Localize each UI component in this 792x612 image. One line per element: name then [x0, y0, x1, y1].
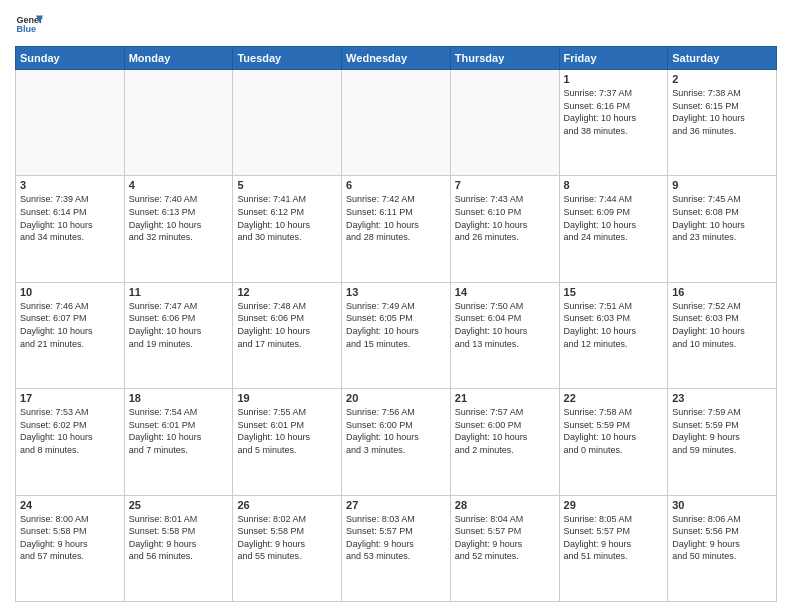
weekday-header-tuesday: Tuesday: [233, 47, 342, 70]
day-number: 3: [20, 179, 120, 191]
weekday-header-monday: Monday: [124, 47, 233, 70]
calendar-cell: 22Sunrise: 7:58 AM Sunset: 5:59 PM Dayli…: [559, 389, 668, 495]
day-info: Sunrise: 7:46 AM Sunset: 6:07 PM Dayligh…: [20, 300, 120, 350]
day-info: Sunrise: 8:01 AM Sunset: 5:58 PM Dayligh…: [129, 513, 229, 563]
logo: General Blue: [15, 10, 43, 38]
calendar-cell: 30Sunrise: 8:06 AM Sunset: 5:56 PM Dayli…: [668, 495, 777, 601]
calendar-cell: 17Sunrise: 7:53 AM Sunset: 6:02 PM Dayli…: [16, 389, 125, 495]
day-number: 20: [346, 392, 446, 404]
calendar-cell: 27Sunrise: 8:03 AM Sunset: 5:57 PM Dayli…: [342, 495, 451, 601]
day-number: 22: [564, 392, 664, 404]
day-number: 21: [455, 392, 555, 404]
calendar-cell: 5Sunrise: 7:41 AM Sunset: 6:12 PM Daylig…: [233, 176, 342, 282]
day-number: 15: [564, 286, 664, 298]
calendar-cell: [16, 70, 125, 176]
calendar-cell: 6Sunrise: 7:42 AM Sunset: 6:11 PM Daylig…: [342, 176, 451, 282]
day-number: 28: [455, 499, 555, 511]
page: General Blue SundayMondayTuesdayWednesda…: [0, 0, 792, 612]
day-info: Sunrise: 8:05 AM Sunset: 5:57 PM Dayligh…: [564, 513, 664, 563]
day-info: Sunrise: 7:37 AM Sunset: 6:16 PM Dayligh…: [564, 87, 664, 137]
calendar-cell: 16Sunrise: 7:52 AM Sunset: 6:03 PM Dayli…: [668, 282, 777, 388]
calendar: SundayMondayTuesdayWednesdayThursdayFrid…: [15, 46, 777, 602]
calendar-cell: 4Sunrise: 7:40 AM Sunset: 6:13 PM Daylig…: [124, 176, 233, 282]
calendar-cell: [342, 70, 451, 176]
calendar-cell: 13Sunrise: 7:49 AM Sunset: 6:05 PM Dayli…: [342, 282, 451, 388]
day-number: 6: [346, 179, 446, 191]
day-info: Sunrise: 7:38 AM Sunset: 6:15 PM Dayligh…: [672, 87, 772, 137]
calendar-cell: 20Sunrise: 7:56 AM Sunset: 6:00 PM Dayli…: [342, 389, 451, 495]
day-number: 24: [20, 499, 120, 511]
day-number: 14: [455, 286, 555, 298]
calendar-cell: 2Sunrise: 7:38 AM Sunset: 6:15 PM Daylig…: [668, 70, 777, 176]
day-info: Sunrise: 7:47 AM Sunset: 6:06 PM Dayligh…: [129, 300, 229, 350]
day-info: Sunrise: 7:50 AM Sunset: 6:04 PM Dayligh…: [455, 300, 555, 350]
calendar-cell: 26Sunrise: 8:02 AM Sunset: 5:58 PM Dayli…: [233, 495, 342, 601]
calendar-cell: 19Sunrise: 7:55 AM Sunset: 6:01 PM Dayli…: [233, 389, 342, 495]
day-info: Sunrise: 7:41 AM Sunset: 6:12 PM Dayligh…: [237, 193, 337, 243]
day-number: 8: [564, 179, 664, 191]
calendar-cell: 3Sunrise: 7:39 AM Sunset: 6:14 PM Daylig…: [16, 176, 125, 282]
day-number: 23: [672, 392, 772, 404]
calendar-cell: [124, 70, 233, 176]
day-info: Sunrise: 7:51 AM Sunset: 6:03 PM Dayligh…: [564, 300, 664, 350]
weekday-header-row: SundayMondayTuesdayWednesdayThursdayFrid…: [16, 47, 777, 70]
calendar-cell: 14Sunrise: 7:50 AM Sunset: 6:04 PM Dayli…: [450, 282, 559, 388]
day-info: Sunrise: 7:39 AM Sunset: 6:14 PM Dayligh…: [20, 193, 120, 243]
day-number: 1: [564, 73, 664, 85]
calendar-cell: 11Sunrise: 7:47 AM Sunset: 6:06 PM Dayli…: [124, 282, 233, 388]
calendar-cell: 12Sunrise: 7:48 AM Sunset: 6:06 PM Dayli…: [233, 282, 342, 388]
day-info: Sunrise: 8:00 AM Sunset: 5:58 PM Dayligh…: [20, 513, 120, 563]
weekday-header-wednesday: Wednesday: [342, 47, 451, 70]
day-number: 26: [237, 499, 337, 511]
day-number: 4: [129, 179, 229, 191]
calendar-cell: 10Sunrise: 7:46 AM Sunset: 6:07 PM Dayli…: [16, 282, 125, 388]
day-info: Sunrise: 8:06 AM Sunset: 5:56 PM Dayligh…: [672, 513, 772, 563]
day-info: Sunrise: 7:45 AM Sunset: 6:08 PM Dayligh…: [672, 193, 772, 243]
day-info: Sunrise: 7:49 AM Sunset: 6:05 PM Dayligh…: [346, 300, 446, 350]
day-info: Sunrise: 7:57 AM Sunset: 6:00 PM Dayligh…: [455, 406, 555, 456]
day-info: Sunrise: 8:02 AM Sunset: 5:58 PM Dayligh…: [237, 513, 337, 563]
week-row-3: 17Sunrise: 7:53 AM Sunset: 6:02 PM Dayli…: [16, 389, 777, 495]
day-number: 2: [672, 73, 772, 85]
week-row-1: 3Sunrise: 7:39 AM Sunset: 6:14 PM Daylig…: [16, 176, 777, 282]
day-number: 13: [346, 286, 446, 298]
calendar-cell: 8Sunrise: 7:44 AM Sunset: 6:09 PM Daylig…: [559, 176, 668, 282]
day-info: Sunrise: 7:58 AM Sunset: 5:59 PM Dayligh…: [564, 406, 664, 456]
calendar-cell: 25Sunrise: 8:01 AM Sunset: 5:58 PM Dayli…: [124, 495, 233, 601]
day-number: 12: [237, 286, 337, 298]
day-number: 5: [237, 179, 337, 191]
day-info: Sunrise: 7:56 AM Sunset: 6:00 PM Dayligh…: [346, 406, 446, 456]
logo-icon: General Blue: [15, 10, 43, 38]
day-info: Sunrise: 7:40 AM Sunset: 6:13 PM Dayligh…: [129, 193, 229, 243]
day-info: Sunrise: 7:44 AM Sunset: 6:09 PM Dayligh…: [564, 193, 664, 243]
day-info: Sunrise: 8:03 AM Sunset: 5:57 PM Dayligh…: [346, 513, 446, 563]
day-number: 9: [672, 179, 772, 191]
day-info: Sunrise: 7:48 AM Sunset: 6:06 PM Dayligh…: [237, 300, 337, 350]
calendar-cell: 29Sunrise: 8:05 AM Sunset: 5:57 PM Dayli…: [559, 495, 668, 601]
week-row-0: 1Sunrise: 7:37 AM Sunset: 6:16 PM Daylig…: [16, 70, 777, 176]
weekday-header-thursday: Thursday: [450, 47, 559, 70]
day-number: 30: [672, 499, 772, 511]
week-row-4: 24Sunrise: 8:00 AM Sunset: 5:58 PM Dayli…: [16, 495, 777, 601]
calendar-cell: 9Sunrise: 7:45 AM Sunset: 6:08 PM Daylig…: [668, 176, 777, 282]
day-number: 29: [564, 499, 664, 511]
day-number: 16: [672, 286, 772, 298]
day-number: 7: [455, 179, 555, 191]
calendar-cell: 24Sunrise: 8:00 AM Sunset: 5:58 PM Dayli…: [16, 495, 125, 601]
header: General Blue: [15, 10, 777, 38]
day-number: 19: [237, 392, 337, 404]
day-number: 17: [20, 392, 120, 404]
calendar-cell: [233, 70, 342, 176]
day-number: 27: [346, 499, 446, 511]
week-row-2: 10Sunrise: 7:46 AM Sunset: 6:07 PM Dayli…: [16, 282, 777, 388]
calendar-cell: 18Sunrise: 7:54 AM Sunset: 6:01 PM Dayli…: [124, 389, 233, 495]
day-info: Sunrise: 7:52 AM Sunset: 6:03 PM Dayligh…: [672, 300, 772, 350]
weekday-header-saturday: Saturday: [668, 47, 777, 70]
calendar-cell: 7Sunrise: 7:43 AM Sunset: 6:10 PM Daylig…: [450, 176, 559, 282]
calendar-cell: 23Sunrise: 7:59 AM Sunset: 5:59 PM Dayli…: [668, 389, 777, 495]
weekday-header-sunday: Sunday: [16, 47, 125, 70]
calendar-cell: 21Sunrise: 7:57 AM Sunset: 6:00 PM Dayli…: [450, 389, 559, 495]
day-number: 11: [129, 286, 229, 298]
day-info: Sunrise: 8:04 AM Sunset: 5:57 PM Dayligh…: [455, 513, 555, 563]
weekday-header-friday: Friday: [559, 47, 668, 70]
